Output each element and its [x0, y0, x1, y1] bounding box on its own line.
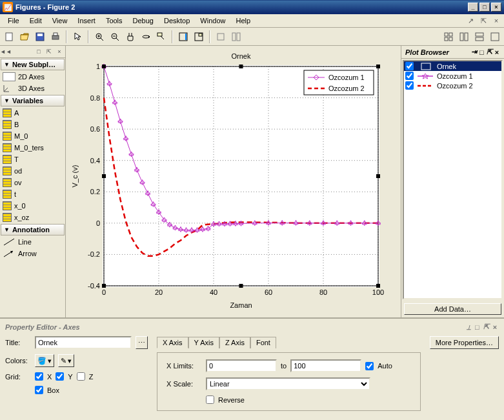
- grid-x-checkbox[interactable]: [35, 372, 43, 381]
- menu-tools[interactable]: Tools: [101, 15, 128, 26]
- variable-item[interactable]: B: [0, 119, 65, 130]
- close-icon[interactable]: ×: [491, 15, 501, 26]
- variable-item[interactable]: M_0_ters: [0, 142, 65, 154]
- more-properties-button[interactable]: More Properties…: [430, 336, 499, 349]
- palette-dock-icon[interactable]: ⇱: [45, 47, 54, 56]
- xlimits-label: X Limits:: [166, 362, 202, 370]
- undock-icon[interactable]: ↗: [465, 15, 476, 26]
- title-font-button[interactable]: ⋯: [136, 336, 148, 349]
- xscale-select[interactable]: Linear: [206, 377, 370, 390]
- grid-z-checkbox[interactable]: [77, 372, 85, 381]
- matrix-icon: [3, 143, 12, 152]
- plot-browser-item[interactable]: Ornek: [404, 61, 501, 71]
- menu-desktop[interactable]: Desktop: [159, 15, 195, 26]
- maximize-button[interactable]: □: [479, 3, 490, 12]
- pan-button[interactable]: [123, 30, 137, 44]
- variable-name: x_0: [14, 202, 26, 210]
- fill-color-button[interactable]: 🪣▾: [35, 354, 54, 367]
- menu-debug[interactable]: Debug: [128, 15, 159, 26]
- variable-item[interactable]: A: [0, 107, 65, 119]
- layout-grid-button[interactable]: [441, 30, 456, 44]
- variable-item[interactable]: t: [0, 188, 65, 200]
- xmax-input[interactable]: [290, 359, 361, 372]
- palette-undock-icon[interactable]: □: [34, 47, 43, 56]
- matrix-icon: [3, 108, 12, 117]
- dock-icon[interactable]: ⇱: [478, 15, 489, 26]
- zoom-in-button[interactable]: [92, 30, 106, 44]
- add-data-button[interactable]: Add Data…: [404, 303, 501, 315]
- pb-undock-icon[interactable]: □: [479, 48, 484, 56]
- menu-insert[interactable]: Insert: [72, 15, 101, 26]
- layout-single-button[interactable]: [488, 30, 502, 44]
- svg-rect-13: [157, 33, 162, 36]
- pb-close-icon[interactable]: ×: [495, 48, 499, 56]
- tab-z-axis[interactable]: Z Axis: [219, 337, 250, 348]
- menu-edit[interactable]: Edit: [25, 15, 47, 26]
- xmin-input[interactable]: [206, 359, 277, 372]
- tab-x-axis[interactable]: X Axis: [157, 337, 188, 348]
- pe-close-icon[interactable]: ×: [493, 323, 497, 331]
- pointer-button[interactable]: [70, 30, 85, 44]
- tile-button[interactable]: [229, 30, 243, 44]
- legend-button[interactable]: [192, 30, 206, 44]
- zoom-out-button[interactable]: [108, 30, 122, 44]
- titlebar: 📈 Figures - Figure 2 _ □ ×: [0, 0, 504, 14]
- menu-file[interactable]: File: [3, 15, 25, 26]
- layout-cols-button[interactable]: [457, 30, 471, 44]
- new-subplots-label: New Subpl…: [12, 61, 55, 68]
- reverse-label: Reverse: [218, 396, 245, 404]
- annotation-section[interactable]: ▼Annotation: [1, 224, 65, 235]
- axes-plot[interactable]: 020406080100-0.4-0.200.20.40.60.81ZamanV…: [68, 48, 391, 313]
- print-button[interactable]: [48, 30, 63, 44]
- title-input[interactable]: [35, 336, 132, 349]
- variable-item[interactable]: x_oz: [0, 212, 65, 223]
- save-button[interactable]: [33, 30, 47, 44]
- pe-undock-icon[interactable]: □: [475, 323, 479, 331]
- pb-dock-icon[interactable]: ⇱: [487, 48, 492, 56]
- axes-3d-item[interactable]: 3D Axes: [0, 83, 65, 94]
- tab-font[interactable]: Font: [250, 337, 276, 348]
- menu-window[interactable]: Window: [195, 15, 230, 26]
- variable-item[interactable]: M_0: [0, 130, 65, 142]
- variables-section[interactable]: ▼Variables: [1, 95, 65, 106]
- pe-dock-icon[interactable]: ⇱: [483, 323, 489, 331]
- axes-2d-item[interactable]: 2D Axes: [0, 71, 65, 83]
- new-figure-button[interactable]: [2, 30, 16, 44]
- series-visible-checkbox[interactable]: [405, 62, 414, 70]
- menu-help[interactable]: Help: [230, 15, 256, 26]
- menu-view[interactable]: View: [47, 15, 73, 26]
- variable-item[interactable]: od: [0, 165, 65, 177]
- reverse-checkbox[interactable]: [206, 395, 214, 404]
- colorbar-button[interactable]: [176, 30, 190, 44]
- arrow-annotation-item[interactable]: Arrow: [0, 248, 65, 259]
- layout-rows-button[interactable]: [472, 30, 487, 44]
- series-visible-checkbox[interactable]: [405, 72, 414, 80]
- figure-canvas[interactable]: 020406080100-0.4-0.200.20.40.60.81ZamanV…: [66, 46, 401, 317]
- palette-prev-icon[interactable]: ◄◄: [1, 47, 10, 56]
- line-color-button[interactable]: ✎▾: [58, 354, 74, 367]
- series-visible-checkbox[interactable]: [405, 81, 414, 90]
- plot-browser-item[interactable]: Ozcozum 2: [404, 81, 501, 90]
- tab-y-axis[interactable]: Y Axis: [188, 337, 219, 348]
- datacursor-button[interactable]: [154, 30, 168, 44]
- line-icon: [3, 237, 15, 246]
- variable-item[interactable]: x_0: [0, 200, 65, 212]
- pe-pin-icon[interactable]: ⟂: [467, 323, 471, 331]
- variable-item[interactable]: T: [0, 154, 65, 165]
- pb-pin-icon[interactable]: ⇥: [471, 48, 477, 56]
- auto-checkbox[interactable]: [365, 362, 374, 370]
- box-checkbox[interactable]: [35, 386, 43, 394]
- palette-close-icon[interactable]: ×: [55, 47, 64, 56]
- close-button[interactable]: ×: [491, 3, 501, 12]
- variable-item[interactable]: ov: [0, 177, 65, 188]
- line-annotation-item[interactable]: Line: [0, 236, 65, 248]
- new-subplots-section[interactable]: ▼New Subpl…: [1, 59, 65, 70]
- dock-figure-button[interactable]: [214, 30, 228, 44]
- variable-name: B: [14, 121, 19, 128]
- minimize-button[interactable]: _: [468, 3, 478, 12]
- plot-browser-item[interactable]: Ozcozum 1: [404, 71, 501, 81]
- grid-y-checkbox[interactable]: [55, 372, 64, 381]
- rotate3d-button[interactable]: [139, 30, 153, 44]
- open-button[interactable]: [17, 30, 32, 44]
- svg-text:0.8: 0.8: [90, 94, 100, 102]
